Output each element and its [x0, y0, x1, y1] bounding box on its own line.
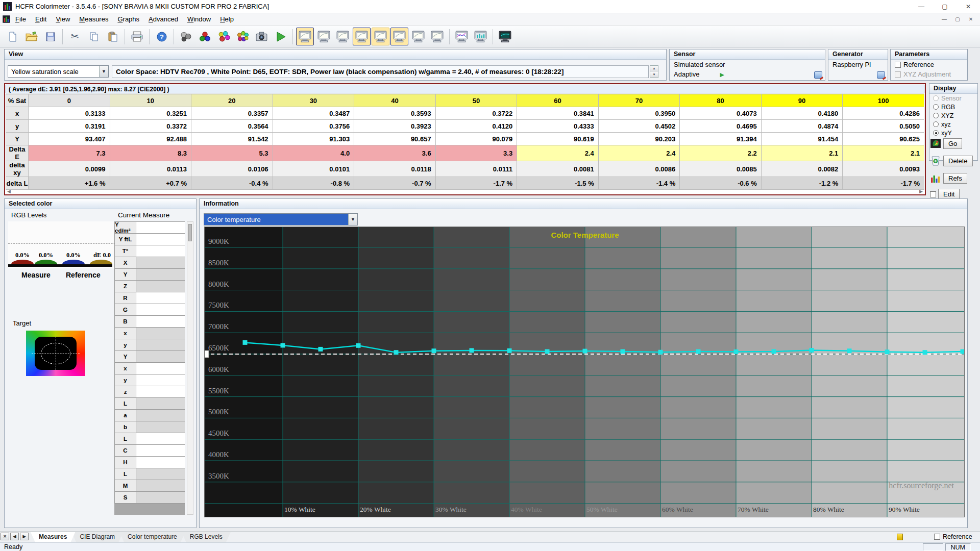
measure-cell[interactable]: +0.7 %: [110, 177, 191, 190]
info-view-icon[interactable]: [428, 28, 446, 45]
menu-item-view[interactable]: View: [51, 14, 75, 24]
measure-cell[interactable]: 93.407: [29, 133, 110, 145]
measure-cell[interactable]: 0.0106: [191, 161, 273, 177]
measure-cell[interactable]: 0.3841: [517, 107, 599, 120]
measure-cell[interactable]: 0.4180: [761, 107, 843, 120]
measure-cell[interactable]: 0.0086: [598, 161, 680, 177]
free-measure-icon[interactable]: [177, 28, 195, 45]
measure-cell[interactable]: 0.3357: [191, 107, 273, 120]
measure-cell[interactable]: 0.3593: [354, 107, 436, 120]
sat-column-header[interactable]: 60: [517, 94, 599, 107]
measure-cell[interactable]: 0.0101: [273, 161, 354, 177]
measures-grid-view-icon[interactable]: [390, 28, 408, 45]
reference-toggle[interactable]: Reference: [934, 533, 972, 540]
edit-checkbox[interactable]: [930, 191, 936, 197]
scroll-right-icon[interactable]: ▶: [919, 189, 923, 194]
secondaries-measure-icon[interactable]: [215, 28, 233, 45]
measure-cell[interactable]: 90.657: [354, 133, 436, 145]
sensor-play-icon[interactable]: ▶: [720, 71, 724, 78]
measure-cell[interactable]: 0.4286: [843, 107, 924, 120]
measure-row-value[interactable]: [136, 480, 185, 491]
measure-cell[interactable]: 0.3191: [29, 120, 110, 133]
measure-row-value[interactable]: [136, 445, 185, 456]
chevron-down-icon[interactable]: ▼: [348, 214, 357, 225]
parameter-reference[interactable]: Reference: [891, 60, 967, 69]
tab-color-temperature[interactable]: Color temperature: [119, 532, 185, 542]
menu-item-measures[interactable]: Measures: [75, 14, 113, 24]
primaries-measure-icon[interactable]: [196, 28, 214, 45]
measure-cell[interactable]: 3.3: [435, 145, 517, 161]
measure-cell[interactable]: 90.203: [598, 133, 680, 145]
measure-cell[interactable]: 0.0093: [843, 161, 924, 177]
measure-cell[interactable]: 8.3: [110, 145, 191, 161]
measure-cell[interactable]: 91.394: [680, 133, 762, 145]
measure-cell[interactable]: -0.4 %: [191, 177, 273, 190]
help-icon[interactable]: ?: [153, 28, 170, 45]
copy-icon[interactable]: [85, 28, 103, 45]
measure-cell[interactable]: 0.4333: [517, 120, 599, 133]
measure-cell[interactable]: 0.3133: [29, 107, 110, 120]
measure-cell[interactable]: 0.0099: [29, 161, 110, 177]
measure-cell[interactable]: 0.0118: [354, 161, 436, 177]
measure-cell[interactable]: 2.1: [761, 145, 843, 161]
go-button[interactable]: Go: [930, 138, 979, 149]
measure-row-value[interactable]: [136, 281, 185, 292]
measure-cell[interactable]: -0.8 %: [273, 177, 354, 190]
continuous-measure-icon[interactable]: [272, 28, 289, 45]
radio-icon[interactable]: [933, 113, 939, 118]
menu-item-advanced[interactable]: Advanced: [144, 14, 183, 24]
save-icon[interactable]: [41, 28, 59, 45]
measure-row-value[interactable]: [136, 316, 185, 327]
measure-cell[interactable]: 0.3564: [191, 120, 273, 133]
measure-cell[interactable]: 0.4695: [680, 120, 762, 133]
menu-item-window[interactable]: Window: [183, 14, 215, 24]
measure-row-value[interactable]: [136, 398, 185, 409]
saturation-view-icon[interactable]: [353, 28, 371, 45]
sat-column-header[interactable]: 70: [598, 94, 680, 107]
edit-toggle[interactable]: Edit: [930, 189, 979, 199]
measure-cell[interactable]: 0.3487: [273, 107, 354, 120]
measure-row-value[interactable]: [136, 304, 185, 315]
measure-cell[interactable]: -1.5 %: [517, 177, 599, 190]
measure-cell[interactable]: 91.542: [191, 133, 273, 145]
measure-cell[interactable]: 2.2: [680, 145, 762, 161]
measure-row-value[interactable]: [136, 339, 185, 350]
scroll-left-icon[interactable]: ◀: [7, 189, 11, 194]
menu-item-help[interactable]: Help: [215, 14, 238, 24]
mdi-restore-button[interactable]: ▢: [953, 16, 962, 22]
measure-row-value[interactable]: [136, 433, 185, 444]
measure-row-value[interactable]: [136, 328, 185, 339]
minimize-button[interactable]: —: [910, 0, 933, 13]
nearblack-view-icon[interactable]: [315, 28, 333, 45]
reference-checkbox[interactable]: [934, 534, 940, 540]
measure-cell[interactable]: 0.5050: [843, 120, 924, 133]
tab-scroll-left-button[interactable]: ◀: [10, 533, 19, 540]
measure-cell[interactable]: 0.4874: [761, 120, 843, 133]
sat-column-header[interactable]: 50: [435, 94, 517, 107]
sat-column-header[interactable]: 10: [110, 94, 191, 107]
contrast-view-icon[interactable]: [409, 28, 427, 45]
radio-icon[interactable]: [933, 104, 939, 110]
measure-cell[interactable]: +1.6 %: [29, 177, 110, 190]
radio-icon[interactable]: [933, 130, 939, 136]
tab-rgb-levels[interactable]: RGB Levels: [182, 532, 231, 542]
measure-cell[interactable]: 0.3923: [354, 120, 436, 133]
view-preset-dropdown[interactable]: Yellow saturation scale ▼: [8, 65, 109, 78]
measure-cell[interactable]: 0.3756: [273, 120, 354, 133]
measure-cell[interactable]: 0.0111: [435, 161, 517, 177]
tab-measures[interactable]: Measures: [31, 532, 75, 542]
info-spinner[interactable]: ▲▼: [650, 65, 658, 78]
measure-cell[interactable]: -0.7 %: [354, 177, 436, 190]
measure-row-value[interactable]: [136, 257, 185, 268]
generator-config-icon[interactable]: [877, 71, 885, 79]
measure-cell[interactable]: 0.0082: [761, 161, 843, 177]
scrollbar-thumb[interactable]: [188, 224, 192, 241]
measure-row-value[interactable]: [136, 386, 185, 397]
maximize-button[interactable]: ▢: [933, 0, 957, 13]
tab-cie-diagram[interactable]: CIE Diagram: [71, 532, 123, 542]
rgb-levels-view-icon[interactable]: [453, 28, 471, 45]
measure-row-value[interactable]: [136, 269, 185, 280]
measure-cell[interactable]: -1.4 %: [598, 177, 680, 190]
checkbox-icon[interactable]: [895, 62, 901, 68]
sat-column-header[interactable]: 40: [354, 94, 436, 107]
